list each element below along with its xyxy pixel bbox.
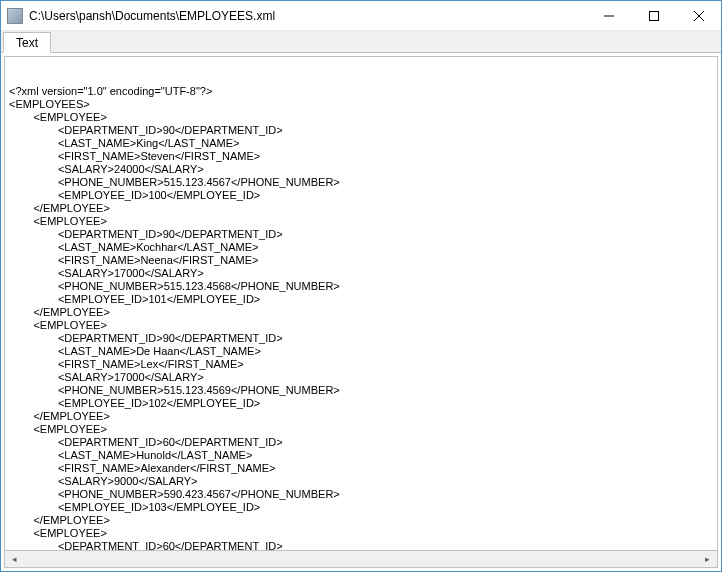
tab-strip: Text [1, 31, 721, 53]
app-icon [7, 8, 23, 24]
tab-text[interactable]: Text [3, 32, 51, 53]
svg-rect-1 [649, 11, 658, 20]
scroll-right-arrow[interactable]: ▸ [700, 553, 715, 566]
scroll-left-arrow[interactable]: ◂ [7, 553, 22, 566]
content-area: <?xml version="1.0" encoding="UTF-8"?> <… [1, 53, 721, 571]
window-controls [586, 1, 721, 30]
titlebar[interactable]: C:\Users\pansh\Documents\EMPLOYEES.xml [1, 1, 721, 31]
xml-content: <?xml version="1.0" encoding="UTF-8"?> <… [9, 85, 713, 551]
window-title: C:\Users\pansh\Documents\EMPLOYEES.xml [29, 9, 586, 23]
minimize-button[interactable] [586, 1, 631, 30]
close-button[interactable] [676, 1, 721, 30]
xml-text-area[interactable]: <?xml version="1.0" encoding="UTF-8"?> <… [4, 56, 718, 551]
window-frame: C:\Users\pansh\Documents\EMPLOYEES.xml T… [0, 0, 722, 572]
maximize-button[interactable] [631, 1, 676, 30]
horizontal-scrollbar[interactable]: ◂ ▸ [4, 551, 718, 568]
